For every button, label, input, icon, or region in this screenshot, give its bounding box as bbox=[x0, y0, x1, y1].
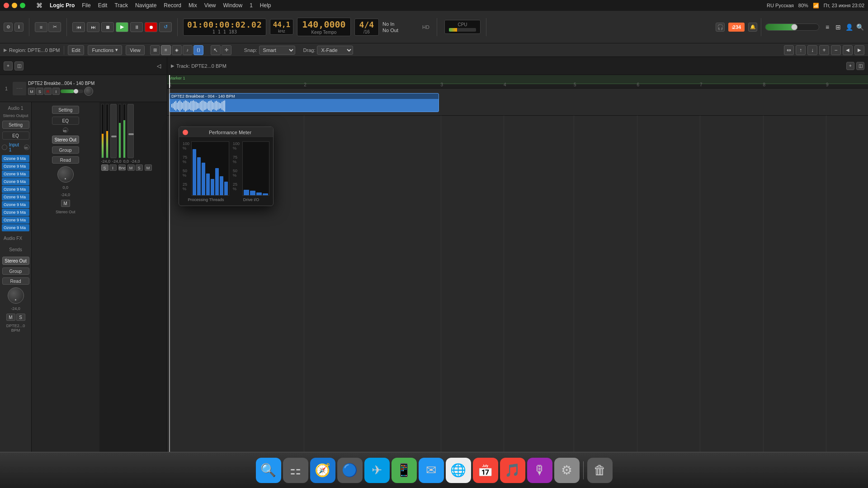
play-btn[interactable]: ▶ bbox=[116, 22, 128, 32]
input-monitor-btn[interactable]: I bbox=[52, 88, 60, 95]
stereo-out-btn1[interactable]: Stereo Out bbox=[2, 257, 29, 265]
fader-track2[interactable] bbox=[127, 104, 134, 158]
m-btn-bottom[interactable]: M bbox=[127, 164, 135, 171]
edit-button[interactable]: Edit bbox=[68, 45, 85, 55]
stereo-out-btn2[interactable]: Stereo Out bbox=[52, 136, 79, 144]
input-toggle[interactable] bbox=[2, 145, 7, 150]
link-btn[interactable]: ∞ bbox=[63, 127, 68, 133]
pan-knob1[interactable] bbox=[8, 287, 24, 304]
menu-1[interactable]: 1 bbox=[250, 2, 253, 9]
tempo-display[interactable]: 140,0000 Keep Tempo bbox=[297, 18, 350, 36]
stop-btn[interactable]: ⏹ bbox=[101, 22, 114, 32]
settings-icon[interactable]: ⚙ bbox=[4, 23, 13, 32]
zoom-out-icon[interactable]: − bbox=[831, 45, 841, 55]
menu-help[interactable]: Help bbox=[260, 2, 271, 9]
read-btn2[interactable]: Read bbox=[52, 156, 79, 164]
minimize-button[interactable] bbox=[12, 3, 17, 8]
plugin-7[interactable]: Ozone 9 Ma bbox=[2, 201, 29, 208]
plugin-1[interactable]: Ozone 9 Ma bbox=[2, 155, 29, 162]
mute-btn[interactable]: M bbox=[28, 88, 35, 95]
plugin-4[interactable]: Ozone 9 Ma bbox=[2, 178, 29, 185]
group-btn2[interactable]: Group bbox=[52, 146, 79, 154]
track-settings-btn[interactable]: ◫ bbox=[14, 61, 24, 70]
record-btn[interactable]: ⏺ bbox=[145, 22, 157, 32]
input-link[interactable]: ∞ bbox=[24, 145, 29, 150]
collapse-btn[interactable]: ◁ bbox=[154, 61, 163, 70]
snap-select[interactable]: Smart bbox=[259, 46, 295, 55]
time-display[interactable]: 01:00:00:02.02 1 1 1 183 bbox=[183, 19, 266, 36]
track-lane-1[interactable]: DPTE2 Breakbeat - 004 - 140 BPM bbox=[167, 89, 868, 115]
grid-icon[interactable]: ⊞ bbox=[834, 23, 843, 32]
record-enable-btn[interactable]: R bbox=[44, 88, 52, 95]
score-view-btn[interactable]: ♪ bbox=[183, 45, 193, 55]
dock-item-launchpad[interactable]: ⚏ bbox=[283, 458, 308, 483]
menu-mix[interactable]: Mix bbox=[189, 2, 197, 9]
pause-btn[interactable]: ⏸ bbox=[130, 22, 143, 32]
perf-close-btn[interactable] bbox=[183, 130, 188, 135]
rewind-btn[interactable]: ⏮ bbox=[72, 22, 85, 32]
fast-forward-btn[interactable]: ⏭ bbox=[87, 22, 99, 32]
flex-view-btn[interactable]: ⟨⟩ bbox=[193, 45, 203, 55]
solo-btn[interactable]: S bbox=[36, 88, 43, 95]
plugin-3[interactable]: Ozone 9 Ma bbox=[2, 170, 29, 178]
pan-knob[interactable] bbox=[84, 87, 93, 96]
menu-record[interactable]: Record bbox=[164, 2, 181, 9]
read-btn1[interactable]: Read bbox=[2, 277, 29, 285]
dock-item-finder[interactable]: 🔍 bbox=[256, 458, 281, 483]
s-btn-bottom[interactable]: S bbox=[136, 164, 143, 171]
loop-btn[interactable]: ↺ bbox=[159, 22, 172, 32]
apple-icon[interactable]: ⌘ bbox=[36, 2, 42, 9]
mixer-btn[interactable]: ≡ bbox=[35, 22, 47, 32]
dock-item-whatsapp[interactable]: 📱 bbox=[392, 458, 417, 483]
scissors-btn[interactable]: ✂ bbox=[48, 22, 61, 32]
bnc-btn[interactable]: Bnc bbox=[118, 164, 126, 171]
dock-item-apps[interactable]: 🔵 bbox=[337, 458, 363, 483]
track-collapse-btn[interactable]: ◫ bbox=[856, 62, 864, 70]
group-btn1[interactable]: Group bbox=[2, 267, 29, 275]
add-track-btn[interactable]: + bbox=[4, 61, 13, 70]
plugin-2[interactable]: Ozone 9 Ma bbox=[2, 163, 29, 170]
maximize-button[interactable] bbox=[20, 3, 25, 8]
menu-window[interactable]: Window bbox=[223, 2, 242, 9]
menu-view[interactable]: View bbox=[204, 2, 216, 9]
m-btn-bottom2[interactable]: M bbox=[145, 164, 152, 171]
view-button[interactable]: View bbox=[126, 45, 145, 55]
plugin-5[interactable]: Ozone 9 Ma bbox=[2, 186, 29, 193]
i-btn[interactable]: I bbox=[109, 164, 117, 171]
person-icon[interactable]: 👤 bbox=[844, 23, 854, 32]
i234-badge[interactable]: ᵢ234 bbox=[728, 23, 745, 32]
fader-handle2[interactable] bbox=[128, 133, 134, 135]
menu-navigate[interactable]: Navigate bbox=[135, 2, 156, 9]
pointer-tool[interactable]: ↖ bbox=[211, 45, 221, 55]
setting-btn2[interactable]: Setting bbox=[52, 106, 79, 114]
down-arrow-icon[interactable]: ↓ bbox=[807, 45, 817, 55]
tuner-icon[interactable]: 🔔 bbox=[748, 23, 757, 32]
list-view-btn[interactable]: ⊞ bbox=[150, 45, 160, 55]
functions-button[interactable]: Functions ▾ bbox=[88, 45, 122, 55]
fader-track1[interactable] bbox=[110, 104, 117, 158]
mute-btn1[interactable]: M bbox=[6, 314, 15, 321]
close-button[interactable] bbox=[4, 3, 9, 8]
timesig-display[interactable]: 4/4 /16 bbox=[354, 19, 379, 36]
volume-slider[interactable] bbox=[61, 89, 83, 93]
plugin-9[interactable]: Ozone 9 Ma bbox=[2, 216, 29, 224]
solo-btn1[interactable]: S bbox=[16, 314, 25, 321]
fader-handle1[interactable] bbox=[111, 136, 117, 137]
volume-knob[interactable] bbox=[74, 89, 78, 94]
mute-btn2[interactable]: M bbox=[61, 200, 70, 207]
dock-item-telegram[interactable]: ✈ bbox=[364, 458, 390, 483]
eq-btn1[interactable]: EQ bbox=[2, 131, 29, 140]
drum-view-btn[interactable]: ◈ bbox=[172, 45, 182, 55]
drag-select[interactable]: X-Fade bbox=[317, 46, 353, 55]
dock-item-podcasts[interactable]: 🎙 bbox=[527, 458, 552, 483]
add-track-btn2[interactable]: + bbox=[846, 62, 854, 70]
up-arrow-icon[interactable]: ↑ bbox=[796, 45, 806, 55]
search-icon[interactable]: 🔍 bbox=[855, 23, 864, 32]
piano-view-btn[interactable]: ≡ bbox=[161, 45, 171, 55]
zoom-in-icon[interactable]: + bbox=[819, 45, 829, 55]
audio-region[interactable]: DPTE2 Breakbeat - 004 - 140 BPM bbox=[169, 93, 439, 112]
pan-knob2[interactable] bbox=[57, 166, 74, 183]
s-btn[interactable]: S bbox=[101, 164, 108, 171]
menu-edit[interactable]: Edit bbox=[98, 2, 108, 9]
dock-item-mail[interactable]: ✉ bbox=[419, 458, 444, 483]
